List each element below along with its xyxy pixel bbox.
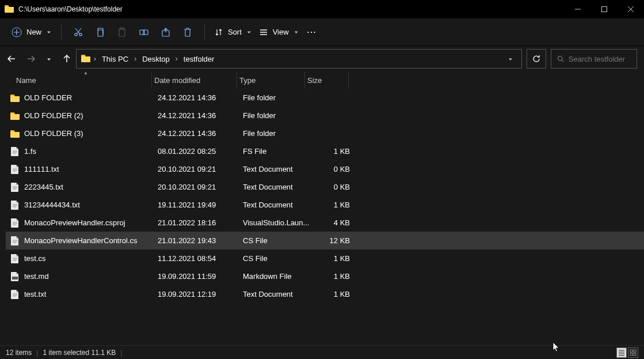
recent-dropdown[interactable]: ▼ [46, 57, 52, 61]
paste-button[interactable] [111, 21, 133, 43]
file-row[interactable]: 111111.txt20.10.2021 09:21Text Document0… [6, 160, 644, 178]
minimize-button[interactable] [565, 0, 591, 18]
icons-view-toggle[interactable] [628, 347, 638, 358]
address-bar[interactable]: › This PC › Desktop › testfolder ▼ [76, 49, 522, 69]
file-row[interactable]: test.txt19.09.2021 12:19Text Document1 K… [6, 285, 644, 303]
folder-icon [9, 128, 21, 139]
window-title: C:\Users\aaron\Desktop\testfolder [18, 5, 565, 13]
refresh-button[interactable] [527, 49, 546, 69]
file-row[interactable]: 2223445.txt20.10.2021 09:21Text Document… [6, 178, 644, 196]
file-type: Text Document [243, 183, 311, 191]
svg-rect-8 [143, 30, 148, 35]
chevron-down-icon: ▼ [294, 30, 299, 34]
file-row[interactable]: test.md19.09.2021 11:59Markdown File1 KB [6, 267, 644, 285]
file-type: File folder [243, 129, 311, 138]
file-icon [9, 271, 21, 282]
chevron-right-icon[interactable]: › [93, 55, 97, 63]
file-name: OLD FOLDER (3) [24, 129, 158, 138]
file-row[interactable]: 31234444434.txt19.11.2021 19:49Text Docu… [6, 196, 644, 214]
folder-icon [81, 54, 90, 64]
file-size: 12 KB [311, 236, 352, 245]
chevron-right-icon[interactable]: › [133, 55, 138, 63]
file-row[interactable]: test.cs11.12.2021 08:54CS File1 KB [6, 250, 644, 267]
file-name: 1.fs [24, 147, 158, 156]
svg-rect-12 [630, 350, 632, 352]
file-date: 11.12.2021 08:54 [158, 254, 243, 263]
file-icon [9, 146, 21, 157]
column-name[interactable]: Name▲ [14, 71, 152, 89]
file-type: Text Document [243, 290, 311, 298]
copy-button[interactable] [89, 21, 111, 43]
file-row[interactable]: OLD FOLDER (3)24.12.2021 14:36File folde… [6, 124, 644, 142]
column-date[interactable]: Date modified [152, 71, 237, 89]
file-size: 1 KB [311, 290, 352, 298]
folder-icon [5, 5, 14, 14]
folder-icon [9, 92, 21, 104]
file-row[interactable]: 1.fs08.01.2022 08:25FS File1 KB [6, 142, 644, 160]
search-box[interactable] [551, 49, 637, 69]
file-size: 1 KB [311, 272, 352, 281]
file-list: OLD FOLDER24.12.2021 14:36File folderOLD… [0, 89, 644, 303]
file-type: CS File [243, 254, 311, 263]
file-type: Text Document [243, 201, 311, 209]
close-button[interactable] [618, 0, 644, 18]
file-date: 21.01.2022 18:16 [158, 218, 243, 227]
sort-button[interactable]: Sort ▼ [211, 28, 256, 37]
column-size[interactable]: Size [305, 71, 349, 89]
column-headers: Name▲ Date modified Type Size [0, 71, 644, 89]
file-size: 4 KB [311, 218, 352, 227]
svg-rect-7 [140, 30, 144, 35]
details-view-toggle[interactable] [616, 347, 627, 358]
rename-button[interactable] [133, 21, 155, 43]
file-size: 0 KB [311, 183, 352, 191]
file-date: 19.11.2021 19:49 [158, 201, 243, 209]
file-date: 19.09.2021 12:19 [158, 290, 243, 298]
toolbar: New ▼ Sort ▼ View ▼ ··· [0, 18, 644, 46]
file-date: 21.01.2022 19:43 [158, 236, 243, 245]
address-dropdown[interactable]: ▼ [508, 57, 513, 61]
more-button[interactable]: ··· [303, 28, 322, 36]
file-date: 20.10.2021 09:21 [158, 183, 243, 191]
file-name: MonacoPreviewHandler.csproj [24, 218, 158, 227]
sort-label: Sort [228, 28, 242, 36]
share-button[interactable] [155, 21, 177, 43]
up-button[interactable] [62, 54, 71, 63]
breadcrumb-testfolder[interactable]: testfolder [181, 54, 216, 65]
file-type: VisualStudio.Laun... [243, 218, 311, 227]
file-row[interactable]: OLD FOLDER24.12.2021 14:36File folder [6, 89, 644, 107]
svg-rect-13 [634, 350, 636, 352]
file-icon [9, 164, 21, 175]
svg-rect-5 [119, 29, 125, 36]
file-row[interactable]: MonacoPreviewHandler.csproj21.01.2022 18… [6, 214, 644, 232]
breadcrumb-this-pc[interactable]: This PC [100, 54, 131, 65]
breadcrumb-desktop[interactable]: Desktop [140, 54, 172, 65]
column-type[interactable]: Type [237, 71, 305, 89]
file-size: 1 KB [311, 147, 352, 156]
file-name: MonacoPreviewHandlerControl.cs [24, 236, 158, 245]
cursor-icon [552, 342, 561, 353]
delete-button[interactable] [177, 21, 199, 43]
file-name: OLD FOLDER (2) [24, 111, 158, 120]
svg-rect-11 [12, 277, 18, 279]
separator [61, 25, 62, 40]
file-date: 24.12.2021 14:36 [158, 129, 243, 138]
forward-button[interactable] [26, 54, 36, 63]
search-input[interactable] [569, 55, 631, 63]
maximize-button[interactable] [591, 0, 618, 18]
back-button[interactable] [7, 54, 16, 63]
svg-point-10 [558, 56, 562, 61]
file-type: File folder [243, 111, 311, 120]
new-button[interactable]: New ▼ [8, 25, 55, 40]
cut-button[interactable] [67, 21, 89, 43]
svg-rect-14 [630, 353, 632, 356]
view-button[interactable]: View ▼ [256, 28, 303, 37]
file-row[interactable]: OLD FOLDER (2)24.12.2021 14:36File folde… [6, 107, 644, 124]
svg-rect-0 [602, 7, 607, 12]
chevron-right-icon[interactable]: › [174, 55, 179, 63]
file-icon [9, 199, 21, 211]
file-row[interactable]: MonacoPreviewHandlerControl.cs21.01.2022… [6, 232, 644, 250]
file-size: 1 KB [311, 201, 352, 209]
file-date: 24.12.2021 14:36 [158, 111, 243, 120]
file-name: test.cs [24, 254, 158, 263]
selection-info: 1 item selected 11.1 KB [43, 349, 116, 357]
